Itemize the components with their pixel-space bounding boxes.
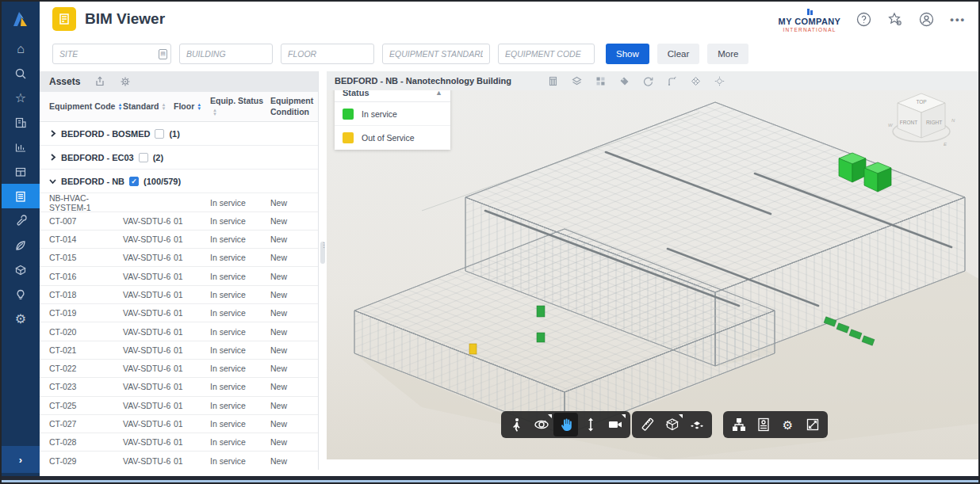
camera-tool-button[interactable] (603, 413, 627, 436)
table-row[interactable]: CT-018 VAV-SDTU-6 01 In service New (40, 286, 318, 304)
sidebar-item-favorites[interactable]: ☆ (2, 86, 40, 110)
building-input[interactable] (179, 44, 273, 64)
views-button[interactable] (595, 76, 606, 86)
layers-icon (572, 76, 582, 86)
systems-route-button[interactable] (667, 76, 677, 86)
more-button[interactable]: More (707, 44, 748, 64)
model-arrows-button[interactable] (714, 76, 725, 86)
table-row[interactable]: CT-027 VAV-SDTU-6 01 In service New (40, 415, 318, 433)
table-settings-button[interactable] (120, 76, 131, 87)
column-header-floor[interactable]: Floor▲▼ (174, 101, 210, 112)
buildings-icon (14, 116, 27, 129)
assets-panel-header: Assets (40, 71, 318, 92)
table-row[interactable]: CT-028 VAV-SDTU-6 01 In service New (40, 433, 318, 452)
group-checkbox-ec03[interactable] (139, 153, 148, 162)
star-gear-icon (887, 12, 903, 27)
measure-tool-button[interactable] (635, 413, 660, 436)
asset-group-nb[interactable]: BEDFORD - NB ✓ (100/579) (40, 170, 318, 193)
more-menu-button[interactable]: ••• (950, 13, 966, 25)
sidebar-item-buildings[interactable] (2, 110, 40, 135)
orbit-tool-button[interactable] (529, 413, 553, 436)
sidebar-item-home[interactable]: ⌂ (2, 36, 40, 61)
refresh-button[interactable] (643, 76, 653, 86)
orbit-icon (534, 417, 549, 432)
sort-equip-status[interactable]: ▲▼ (212, 109, 217, 116)
sidebar-item-sustainability[interactable] (2, 233, 40, 257)
tag-icon (619, 76, 630, 86)
legend-collapse-button[interactable]: ▲ (435, 90, 442, 97)
table-row[interactable]: CT-021 VAV-SDTU-6 01 In service New (40, 341, 318, 360)
viewcube-right-label: RIGHT (926, 120, 942, 125)
section-tool-button[interactable] (660, 413, 684, 436)
ruler-icon (641, 417, 655, 432)
sidebar-item-assets[interactable] (2, 184, 40, 208)
table-row[interactable]: CT-023 VAV-SDTU-6 01 In service New (40, 378, 318, 396)
site-picker-icon[interactable]: ▤ (159, 49, 167, 59)
group-checkbox-nb[interactable]: ✓ (129, 177, 139, 186)
column-header-equipment-condition[interactable]: Equipment Condition (270, 96, 318, 117)
zoom-tool-button[interactable] (578, 413, 603, 436)
company-brand[interactable]: MY COMPANY INTERNATIONAL (779, 5, 841, 33)
viewer-canvas[interactable]: Status ▲ In service Out of Service (327, 90, 978, 459)
table-row[interactable]: CT-020 VAV-SDTU-6 01 In service New (40, 322, 318, 341)
user-button[interactable] (919, 12, 934, 27)
column-header-standard[interactable]: Standard▲▼ (123, 101, 174, 112)
view-cube[interactable]: TOP FRONT RIGHT W N E (885, 90, 958, 160)
group-checkbox-bosmed[interactable] (155, 129, 164, 139)
asset-group-bosmed[interactable]: BEDFORD - BOSMED (1) (40, 122, 318, 146)
column-header-equip-status[interactable]: Equip. Status▲▼ (210, 96, 270, 117)
properties-panel-button[interactable] (751, 413, 775, 436)
site-input[interactable] (52, 44, 171, 64)
gear-icon: ⚙ (783, 419, 793, 431)
viewer-settings-button[interactable]: ⚙ (775, 413, 800, 436)
sidebar-item-tools[interactable] (2, 208, 40, 233)
sidebar-item-search[interactable] (2, 61, 40, 86)
explode-tool-button[interactable] (684, 413, 709, 436)
table-row[interactable]: NB-HVAC-SYSTEM-1 In service New (40, 193, 318, 212)
help-button[interactable] (856, 12, 871, 27)
sidebar-item-ideas[interactable] (2, 282, 40, 307)
export-button[interactable] (94, 76, 105, 87)
sidebar-item-model[interactable] (2, 257, 40, 282)
panel-resize-handle[interactable]: ⋮ (320, 242, 325, 264)
pan-tool-button[interactable] (553, 413, 578, 436)
viewcube-top-label: TOP (916, 99, 926, 105)
walk-tool-button[interactable] (504, 413, 529, 436)
show-button[interactable]: Show (606, 44, 649, 64)
chevron-right-icon (49, 130, 56, 137)
table-row[interactable]: CT-014 VAV-SDTU-6 01 In service New (40, 231, 318, 249)
fullscreen-button[interactable] (800, 413, 825, 436)
table-row[interactable]: CT-025 VAV-SDTU-6 01 In service New (40, 397, 318, 415)
clear-button[interactable]: Clear (657, 44, 699, 64)
user-icon (919, 12, 934, 27)
tags-button[interactable] (619, 76, 630, 86)
table-row[interactable]: CT-016 VAV-SDTU-6 01 In service New (40, 267, 318, 285)
help-icon (856, 12, 871, 27)
table-row[interactable]: CT-022 VAV-SDTU-6 01 In service New (40, 360, 318, 378)
column-header-equipment-code[interactable]: Equipment Code▲▼ (49, 101, 123, 112)
equipment-standard-input[interactable] (382, 44, 490, 64)
sort-equipment-code[interactable]: ▲▼ (117, 103, 122, 111)
systems-tree-button[interactable] (726, 413, 751, 436)
sort-floor[interactable]: ▲▼ (197, 103, 201, 111)
sidebar-item-settings[interactable]: ⚙ (2, 307, 40, 331)
table-row[interactable]: CT-015 VAV-SDTU-6 01 In service New (40, 249, 318, 267)
company-logo-icon[interactable] (2, 2, 40, 36)
table-row[interactable]: CT-029 VAV-SDTU-6 01 In service New (40, 452, 318, 470)
model-mesh-button[interactable] (691, 76, 701, 86)
gear-icon: ⚙ (15, 313, 26, 326)
favorites-settings-button[interactable] (887, 12, 903, 27)
sidebar-expand-button[interactable]: › (2, 446, 40, 473)
building-view-button[interactable] (548, 76, 558, 86)
sidebar-item-apps[interactable] (2, 159, 40, 184)
diamond-mesh-icon (691, 76, 701, 86)
table-row[interactable]: CT-019 VAV-SDTU-6 01 In service New (40, 304, 318, 322)
floor-input[interactable] (281, 44, 374, 64)
equipment-code-input[interactable] (498, 44, 595, 64)
asset-group-ec03[interactable]: BEDFORD - EC03 (2) (40, 146, 318, 170)
layers-button[interactable] (572, 76, 582, 86)
sort-standard[interactable]: ▲▼ (162, 103, 167, 111)
compass-north-label: N (951, 118, 955, 123)
sidebar-item-reports[interactable] (2, 135, 40, 159)
table-row[interactable]: CT-007 VAV-SDTU-6 01 In service New (40, 212, 318, 231)
